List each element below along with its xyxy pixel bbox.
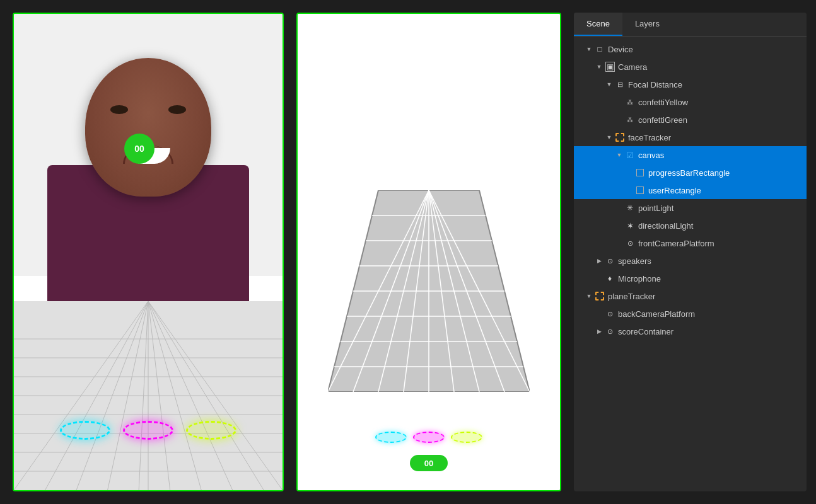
tree-item-progress-bar[interactable]: progressBarRectangle bbox=[574, 164, 807, 181]
ellipse-cyan bbox=[60, 421, 110, 440]
item-label-front-camera: frontCameraPlatform bbox=[638, 239, 714, 248]
expand-spacer-icon[interactable] bbox=[594, 309, 604, 319]
expand-spacer-icon[interactable] bbox=[614, 203, 624, 213]
tree-item-point-light[interactable]: ✳pointLight bbox=[574, 199, 807, 217]
tree-item-speakers[interactable]: ▶⊙speakers bbox=[574, 252, 807, 270]
expand-spacer-icon[interactable] bbox=[614, 238, 624, 248]
grid-floor-left bbox=[14, 301, 283, 490]
ellipse-sm-cyan bbox=[375, 432, 407, 443]
item-icon-canvas: ☑ bbox=[624, 149, 636, 161]
tree-item-canvas[interactable]: ▼☑canvas bbox=[574, 146, 807, 164]
tree-item-back-camera[interactable]: ⊙backCameraPlatform bbox=[574, 305, 807, 323]
item-icon-directional-light: ✶ bbox=[624, 220, 636, 231]
expand-spacer-icon[interactable] bbox=[614, 115, 624, 125]
tree-item-user-rect[interactable]: userRectangle bbox=[574, 181, 807, 199]
tree-item-device[interactable]: ▼□Device bbox=[574, 40, 807, 58]
item-icon-front-camera: ⊙ bbox=[624, 238, 636, 249]
tree-item-focal-distance[interactable]: ▼⊟Focal Distance bbox=[574, 76, 807, 93]
tree-item-camera[interactable]: ▼▣Camera bbox=[574, 58, 807, 76]
expand-spacer-icon[interactable] bbox=[614, 220, 624, 231]
item-label-progress-bar: progressBarRectangle bbox=[648, 168, 730, 178]
item-label-camera: Camera bbox=[618, 62, 647, 72]
tab-layers[interactable]: Layers bbox=[622, 13, 672, 36]
expand-arrow-icon[interactable]: ▶ bbox=[594, 326, 604, 336]
item-icon-score-container: ⊙ bbox=[604, 326, 615, 337]
tree-item-plane-tracker[interactable]: ▼planeTracker bbox=[574, 287, 807, 305]
item-label-back-camera: backCameraPlatform bbox=[618, 309, 695, 319]
item-icon-confetti-green: ⁂ bbox=[624, 114, 636, 125]
trapezoid-platform bbox=[328, 190, 530, 392]
left-camera-panel: 00 bbox=[13, 13, 284, 491]
middle-scene-panel: 00 bbox=[296, 13, 561, 491]
item-label-directional-light: directionalLight bbox=[638, 221, 693, 231]
item-label-speakers: speakers bbox=[618, 256, 651, 266]
expand-arrow-icon[interactable]: ▼ bbox=[604, 132, 614, 142]
expand-arrow-icon[interactable]: ▼ bbox=[604, 79, 614, 89]
ellipse-magenta bbox=[123, 421, 173, 440]
expand-spacer-icon[interactable] bbox=[624, 185, 634, 195]
item-icon-plane-tracker bbox=[594, 290, 605, 302]
item-icon-confetti-yellow: ⁂ bbox=[624, 96, 636, 108]
item-icon-microphone: ♦ bbox=[604, 273, 615, 284]
item-label-user-rect: userRectangle bbox=[648, 186, 701, 195]
expand-spacer-icon[interactable] bbox=[614, 97, 624, 107]
tree-item-front-camera[interactable]: ⊙frontCameraPlatform bbox=[574, 234, 807, 252]
item-label-microphone: Microphone bbox=[618, 274, 661, 284]
expand-spacer-icon[interactable] bbox=[594, 273, 604, 284]
expand-arrow-icon[interactable]: ▼ bbox=[584, 44, 594, 54]
item-label-point-light: pointLight bbox=[638, 203, 673, 213]
item-icon-focal-distance: ⊟ bbox=[614, 79, 626, 90]
item-label-focal-distance: Focal Distance bbox=[628, 80, 682, 89]
item-icon-camera: ▣ bbox=[604, 61, 615, 72]
expand-arrow-icon[interactable]: ▼ bbox=[594, 62, 604, 72]
tree-item-face-tracker[interactable]: ▼faceTracker bbox=[574, 129, 807, 146]
expand-spacer-icon[interactable] bbox=[624, 168, 634, 178]
expand-arrow-icon[interactable]: ▼ bbox=[584, 291, 594, 301]
score-badge-middle: 00 bbox=[410, 455, 448, 471]
ellipses-left bbox=[60, 421, 236, 440]
score-badge-left: 00 bbox=[124, 134, 154, 164]
expand-arrow-icon[interactable]: ▼ bbox=[614, 150, 624, 160]
item-icon-back-camera: ⊙ bbox=[604, 308, 615, 319]
item-icon-device: □ bbox=[594, 43, 605, 55]
item-label-confetti-yellow: confettiYellow bbox=[638, 98, 688, 107]
item-label-confetti-green: confettiGreen bbox=[638, 115, 687, 125]
ellipse-sm-yellow bbox=[451, 432, 482, 443]
item-icon-face-tracker bbox=[614, 132, 626, 143]
item-label-plane-tracker: planeTracker bbox=[608, 292, 655, 301]
ellipse-yellow-green bbox=[186, 421, 236, 440]
scene-tree[interactable]: ▼□Device▼▣Camera▼⊟Focal Distance⁂confett… bbox=[574, 37, 807, 491]
item-icon-user-rect bbox=[634, 185, 646, 196]
scene-panel: Scene Layers ▼□Device▼▣Camera▼⊟Focal Dis… bbox=[574, 13, 807, 491]
ellipses-middle bbox=[375, 432, 482, 443]
item-label-device: Device bbox=[608, 45, 633, 54]
item-label-score-container: scoreContainer bbox=[618, 327, 673, 336]
item-label-canvas: canvas bbox=[638, 151, 664, 160]
tree-item-directional-light[interactable]: ✶directionalLight bbox=[574, 217, 807, 234]
item-icon-point-light: ✳ bbox=[624, 202, 636, 214]
expand-arrow-icon[interactable]: ▶ bbox=[594, 256, 604, 266]
item-label-face-tracker: faceTracker bbox=[628, 133, 671, 142]
tab-scene[interactable]: Scene bbox=[574, 13, 622, 36]
tree-item-score-container[interactable]: ▶⊙scoreContainer bbox=[574, 323, 807, 340]
tree-item-confetti-green[interactable]: ⁂confettiGreen bbox=[574, 111, 807, 129]
item-icon-progress-bar bbox=[634, 167, 646, 178]
panel-tabs: Scene Layers bbox=[574, 13, 807, 37]
tree-item-confetti-yellow[interactable]: ⁂confettiYellow bbox=[574, 93, 807, 111]
item-icon-speakers: ⊙ bbox=[604, 255, 615, 266]
tree-item-microphone[interactable]: ♦Microphone bbox=[574, 270, 807, 287]
ellipse-sm-magenta bbox=[413, 432, 445, 443]
